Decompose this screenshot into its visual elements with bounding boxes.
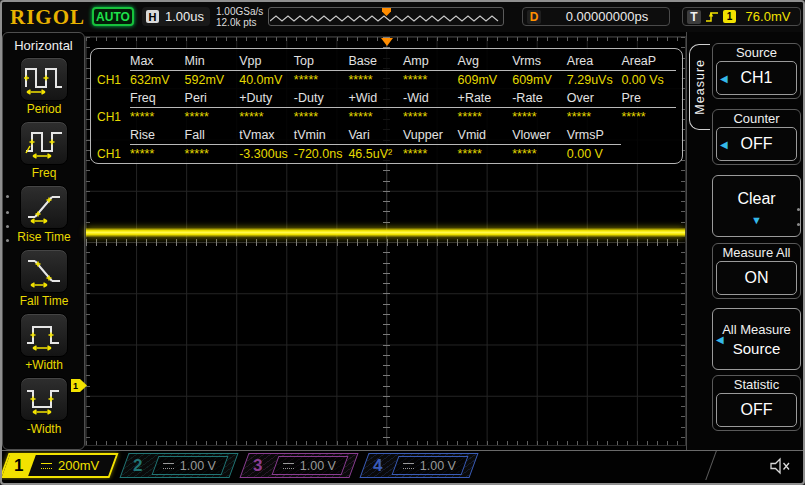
menu-group-source[interactable]: Source ◀ CH1 <box>712 43 801 99</box>
measure-cell: ***** <box>294 73 349 87</box>
scroll-indicator-dot <box>6 211 9 214</box>
trigger-source-badge: 1 <box>723 10 736 23</box>
menu-item-minus-width[interactable]: -Width <box>11 377 77 436</box>
channel-badge-3[interactable]: 3 1.00 V <box>239 453 358 478</box>
channel-badge-2[interactable]: 2 1.00 V <box>119 453 238 478</box>
ch1-waveform-trace <box>86 228 685 237</box>
measure-table-body: MaxMinVppTopBaseAmpAvgVrmsAreaAreaPCH163… <box>97 52 676 163</box>
scroll-indicator-dot <box>6 239 9 242</box>
measure-cell: Top <box>294 52 349 71</box>
menu-tab-measure: Measure <box>689 44 710 130</box>
sound-muted-icon[interactable] <box>769 457 793 475</box>
scroll-indicator-dot <box>6 195 9 198</box>
measure-cell: 0.00 V <box>567 147 622 161</box>
dc-coupling-icon <box>163 462 174 469</box>
measure-value-row: CH1*************************************… <box>97 108 676 127</box>
all-measure-source-button[interactable]: ◀ All Measure Source <box>712 308 801 370</box>
acquisition-info: 1.00GSa/s 12.0k pts <box>216 6 263 28</box>
measure-cell: ***** <box>239 110 294 124</box>
measure-cell: Vmid <box>458 126 513 145</box>
left-arrow-icon: ◀ <box>720 73 728 84</box>
menu-group-counter[interactable]: Counter ◀ OFF <box>712 109 801 165</box>
scroll-indicator-dot <box>6 225 9 228</box>
statistic-button[interactable]: OFF <box>716 393 797 427</box>
measure-cell: Vrms <box>512 52 567 71</box>
channel-2-number: 2 <box>125 456 151 476</box>
measure-cell: 7.29uVs <box>567 73 622 87</box>
measure-cell: 592mV <box>185 73 240 87</box>
measure-cell: -Rate <box>512 89 567 108</box>
minus-width-icon <box>24 382 64 416</box>
h-icon: H <box>146 10 159 23</box>
measure-cell: +Rate <box>458 89 513 108</box>
left-arrow-icon: ◀ <box>716 334 724 345</box>
menu-item-freq[interactable]: Freq <box>11 121 77 180</box>
right-menu-panel: Measure Source ◀ CH1 Counter ◀ OFF Clear… <box>686 32 803 450</box>
plus-width-icon <box>24 318 64 352</box>
period-icon <box>24 62 64 96</box>
menu-item-period[interactable]: Period <box>11 57 77 116</box>
counter-button[interactable]: ◀ OFF <box>716 127 797 161</box>
channel-badge-1[interactable]: 1 200mV <box>2 453 119 478</box>
t-icon: T <box>687 10 701 24</box>
measure-cell: ***** <box>403 147 458 161</box>
channel-3-scale-box: 1.00 V <box>272 456 349 475</box>
left-arrow-icon: ◀ <box>720 139 728 150</box>
clear-button[interactable]: Clear ▼ <box>712 175 801 237</box>
waveform-position-preview[interactable] <box>268 7 504 26</box>
measure-cell: Rise <box>130 126 185 145</box>
measure-all-button[interactable]: ON <box>716 261 797 295</box>
rising-edge-icon <box>705 10 719 24</box>
measure-header-row: FreqPeri+Duty-Duty+Wid-Wid+Rate-RateOver… <box>97 89 676 108</box>
measure-cell: Vpp <box>239 52 294 71</box>
down-arrow-icon: ▼ <box>713 214 800 226</box>
measure-cell: Avg <box>458 52 513 71</box>
measure-cell: Vari <box>348 126 403 145</box>
measure-cell: ***** <box>458 110 513 124</box>
channel-4-scale-box: 1.00 V <box>392 456 469 475</box>
menu-item-rise-time[interactable]: Rise Time <box>11 185 77 244</box>
measure-cell: CH1 <box>97 73 130 87</box>
menu-group-measure-all[interactable]: Measure All ON <box>712 243 801 299</box>
menu-item-plus-width[interactable]: +Width <box>11 313 77 372</box>
bottom-bar-divider <box>704 450 717 480</box>
dc-coupling-icon <box>283 462 294 469</box>
memory-depth: 12.0k pts <box>216 17 263 28</box>
menu-item-fall-time[interactable]: Fall Time <box>11 249 77 308</box>
measure-cell: ***** <box>348 73 403 87</box>
horizontal-scale-value: 1.00us <box>165 9 204 24</box>
source-button[interactable]: ◀ CH1 <box>716 61 797 95</box>
trigger-position-marker[interactable] <box>381 38 393 46</box>
measure-value-row: CH1632mV592mV40.0mV***************609mV6… <box>97 71 676 90</box>
menu-group-statistic[interactable]: Statistic OFF <box>712 375 801 431</box>
channel-1-scale-box: 200mV <box>33 456 108 475</box>
measure-cell: 609mV <box>458 73 513 87</box>
measure-cell: -720.0ns <box>294 147 349 161</box>
measure-cell: ***** <box>403 110 458 124</box>
measure-cell: 0.00 Vs <box>621 73 676 87</box>
measure-header-row: MaxMinVppTopBaseAmpAvgVrmsAreaAreaP <box>97 52 676 71</box>
channel-4-number: 4 <box>365 456 391 476</box>
channel-2-scale: 1.00 V <box>180 459 216 473</box>
horizontal-scale-readout: H 1.00us <box>142 7 210 26</box>
measure-cell: Base <box>348 52 403 71</box>
left-menu-title: Horizontal <box>3 38 84 53</box>
measure-cell: -3.300us <box>239 147 294 161</box>
measure-cell: Max <box>130 52 185 71</box>
measure-cell: -Duty <box>294 89 349 108</box>
measure-cell: ***** <box>403 73 458 87</box>
measure-cell: ***** <box>567 110 622 124</box>
measure-cell: ***** <box>185 147 240 161</box>
measure-cell: Pre <box>621 89 676 108</box>
run-status-badge: AUTO <box>92 7 134 26</box>
menu-page-dot <box>797 208 800 211</box>
ch1-reference-marker[interactable]: 1 <box>71 379 87 392</box>
channel-2-scale-box: 1.00 V <box>152 456 229 475</box>
channel-badge-4[interactable]: 4 1.00 V <box>359 453 478 478</box>
measure-cell: Peri <box>185 89 240 108</box>
measure-cell: AreaP <box>621 52 676 71</box>
waveform-display: 1 T MaxMinVppTopBaseAmpAvgVrmsAreaAreaPC… <box>85 36 686 446</box>
measure-cell: ***** <box>130 110 185 124</box>
d-icon: D <box>527 10 541 24</box>
measure-cell: ***** <box>621 110 676 124</box>
